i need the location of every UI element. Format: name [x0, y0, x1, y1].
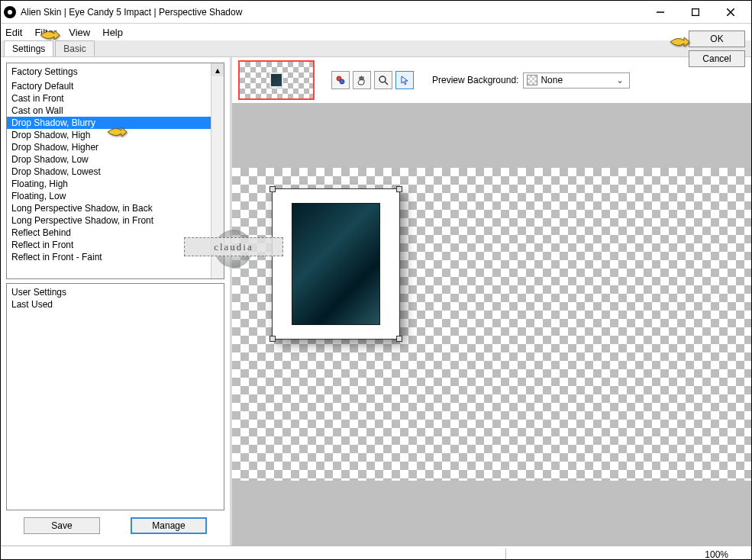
resize-handle[interactable]: [396, 186, 402, 192]
pointer-tool-button[interactable]: [395, 71, 414, 89]
list-item[interactable]: Cast on Wall: [7, 105, 224, 117]
settings-buttons: Save Manage: [6, 514, 224, 540]
preview-panel: Preview Background: None ⌄: [232, 57, 751, 546]
preview-bg-value: None: [541, 75, 563, 85]
manage-button[interactable]: Manage: [131, 517, 207, 534]
zoom-tool-button[interactable]: [374, 71, 392, 89]
resize-handle[interactable]: [269, 336, 276, 342]
close-button[interactable]: [713, 1, 748, 24]
preview-thumbnail[interactable]: [238, 60, 315, 100]
ok-button[interactable]: OK: [689, 31, 745, 47]
list-item[interactable]: Long Perspective Shadow, in Front: [7, 214, 224, 227]
app-icon: [4, 6, 16, 18]
restore-view-button[interactable]: [331, 71, 350, 89]
status-bar: 100%: [1, 546, 751, 560]
list-item[interactable]: Floating, Low: [7, 190, 224, 202]
user-settings-listbox[interactable]: User Settings Last Used: [6, 283, 224, 510]
list-item[interactable]: Drop Shadow, Lowest: [7, 166, 224, 178]
list-item[interactable]: Drop Shadow, Higher: [7, 141, 224, 153]
preview-bg-label: Preview Background:: [432, 75, 518, 85]
menu-bar: Edit Filter View Help: [1, 24, 751, 40]
list-item[interactable]: Cast in Front: [7, 92, 224, 105]
resize-handle[interactable]: [269, 186, 276, 192]
window-title: Alien Skin | Eye Candy 5 Impact | Perspe…: [21, 7, 242, 18]
resize-handle[interactable]: [396, 336, 402, 342]
transparency-swatch-icon: [527, 75, 537, 85]
menu-filter[interactable]: Filter: [34, 27, 56, 38]
zoom-level: 100%: [705, 549, 728, 560]
scroll-up-icon[interactable]: ▴: [211, 63, 224, 76]
pan-tool-button[interactable]: [353, 71, 371, 89]
preview-canvas[interactable]: [232, 103, 751, 546]
maximize-button[interactable]: [678, 1, 713, 24]
list-item[interactable]: Factory Default: [7, 80, 224, 92]
preview-image: [292, 203, 380, 325]
factory-settings-header: Factory Settings: [7, 63, 224, 80]
list-item[interactable]: Drop Shadow, Blurry: [7, 117, 224, 129]
tab-bar: Settings Basic OK Cancel: [1, 40, 751, 57]
watermark: claudia: [184, 230, 283, 272]
preview-toolbar: Preview Background: None ⌄: [232, 57, 751, 103]
svg-rect-0: [692, 8, 699, 15]
title-bar: Alien Skin | Eye Candy 5 Impact | Perspe…: [1, 1, 751, 24]
thumbnail-image: [269, 72, 283, 88]
minimize-button[interactable]: [643, 1, 678, 24]
menu-help[interactable]: Help: [102, 27, 123, 38]
tab-settings[interactable]: Settings: [4, 40, 53, 56]
save-button[interactable]: Save: [24, 517, 100, 534]
menu-edit[interactable]: Edit: [5, 27, 22, 38]
chevron-down-icon: ⌄: [614, 75, 626, 85]
list-item[interactable]: Long Perspective Shadow, in Back: [7, 202, 224, 214]
user-settings-header: User Settings: [7, 284, 224, 298]
tab-basic[interactable]: Basic: [55, 40, 94, 56]
list-item[interactable]: Last Used: [7, 298, 224, 311]
svg-point-2: [340, 79, 344, 84]
list-item[interactable]: Floating, High: [7, 178, 224, 190]
preview-bg-select[interactable]: None ⌄: [523, 72, 630, 89]
window-controls: [643, 1, 748, 24]
svg-line-4: [385, 82, 388, 85]
svg-point-3: [379, 76, 386, 82]
preview-object[interactable]: [272, 188, 400, 340]
watermark-text: claudia: [184, 237, 283, 256]
list-item[interactable]: Drop Shadow, High: [7, 129, 224, 141]
list-item[interactable]: Drop Shadow, Low: [7, 153, 224, 166]
settings-panel: Factory Settings Factory DefaultCast in …: [1, 57, 230, 546]
menu-view[interactable]: View: [69, 27, 90, 38]
